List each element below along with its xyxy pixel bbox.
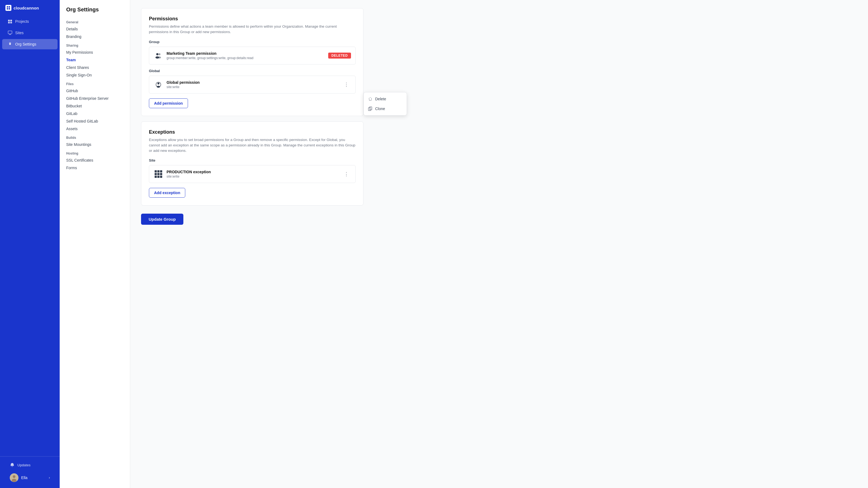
sidebar-link-gitlab[interactable]: GitLab: [60, 110, 130, 118]
nav-rail: cloudcannon Projects Sites Org Settings …: [0, 0, 60, 488]
sidebar-link-github-enterprise[interactable]: GitHub Enterprise Server: [60, 95, 130, 102]
svg-rect-0: [7, 6, 8, 8]
sidebar-link-site-mountings[interactable]: Site Mountings: [60, 141, 130, 148]
sidebar-link-branding[interactable]: Branding: [60, 33, 130, 40]
svg-rect-4: [8, 20, 10, 22]
nav-bottom: Updates Ella ›: [0, 456, 60, 488]
site-exception-info: PRODUCTION exception site:write: [166, 170, 339, 178]
section-label-files: Files: [60, 79, 130, 87]
chevron-right-icon: ›: [49, 476, 50, 480]
svg-point-15: [159, 53, 161, 55]
exceptions-title: Exceptions: [149, 129, 355, 135]
svg-point-17: [158, 56, 161, 58]
svg-rect-5: [10, 20, 12, 22]
sidebar-title: Org Settings: [60, 6, 130, 17]
permissions-title: Permissions: [149, 16, 355, 22]
section-label-general: General: [60, 17, 130, 25]
group-permission-info: Marketing Team permission group:member:w…: [166, 51, 325, 60]
svg-rect-7: [10, 22, 12, 23]
svg-rect-1: [9, 6, 10, 8]
sidebar-item-org-settings[interactable]: Org Settings: [2, 39, 58, 50]
sidebar-link-my-permissions[interactable]: My Permissions: [60, 48, 130, 56]
context-menu-clone[interactable]: Clone: [364, 104, 407, 113]
sidebar-item-sites[interactable]: Sites: [2, 28, 58, 38]
avatar: [10, 474, 19, 482]
section-label-builds: Builds: [60, 133, 130, 141]
svg-rect-3: [9, 8, 10, 9]
user-avatar-item[interactable]: Ella ›: [4, 470, 55, 485]
svg-point-19: [158, 83, 159, 84]
section-label-hosting: Hosting: [60, 148, 130, 156]
group-permission-row: Marketing Team permission group:member:w…: [149, 46, 355, 65]
site-exception-icon: [154, 169, 163, 179]
svg-rect-9: [9, 34, 11, 35]
permissions-card: Permissions Permissions define what acti…: [141, 8, 364, 116]
update-group-button[interactable]: Update Group: [141, 214, 183, 225]
group-permission-tags: group:member:write, group:settings:write…: [166, 56, 325, 60]
sidebar-link-single-sign-on[interactable]: Single Sign-On: [60, 71, 130, 79]
site-exception-more-button[interactable]: ⋮: [342, 170, 351, 178]
sidebar-link-assets[interactable]: Assets: [60, 125, 130, 133]
svg-rect-2: [7, 8, 8, 9]
logo-icon: [5, 5, 11, 11]
trash-icon: [368, 97, 372, 101]
deleted-badge: Deleted: [328, 53, 351, 59]
context-menu: Delete Clone: [364, 92, 407, 116]
add-exception-button[interactable]: Add exception: [149, 188, 185, 198]
sidebar-link-self-hosted-gitlab[interactable]: Self Hosted GitLab: [60, 118, 130, 125]
svg-rect-8: [8, 31, 12, 34]
group-permission-name: Marketing Team permission: [166, 51, 325, 56]
global-permission-name: Global permission: [166, 80, 339, 85]
site-label: Site: [149, 158, 355, 162]
sidebar-link-client-shares[interactable]: Client Shares: [60, 64, 130, 71]
exceptions-description: Exceptions allow you to set broad permis…: [149, 137, 355, 154]
add-permission-button[interactable]: Add permission: [149, 98, 188, 108]
group-label: Group: [149, 40, 355, 44]
sidebar-link-ssl-certificates[interactable]: SSL Certificates: [60, 156, 130, 164]
group-permission-icon: [154, 51, 163, 61]
global-label: Global: [149, 69, 355, 73]
sidebar-link-forms[interactable]: Forms: [60, 164, 130, 172]
exceptions-card: Exceptions Exceptions allow you to set b…: [141, 122, 364, 206]
permissions-description: Permissions define what actions a team m…: [149, 24, 355, 35]
svg-point-13: [12, 479, 17, 482]
global-permission-more-button[interactable]: ⋮: [342, 80, 351, 89]
sidebar-link-team[interactable]: Team: [60, 56, 130, 64]
svg-point-12: [13, 475, 16, 478]
global-permission-icon: [154, 80, 163, 90]
sidebar-item-projects[interactable]: Projects: [2, 16, 58, 27]
svg-point-20: [157, 86, 160, 88]
svg-rect-6: [8, 22, 10, 23]
section-label-sharing: Sharing: [60, 40, 130, 48]
site-exception-tags: site:write: [166, 174, 339, 178]
global-permission-tags: site:write: [166, 85, 339, 89]
sidebar-item-updates[interactable]: Updates: [4, 460, 55, 470]
context-menu-delete[interactable]: Delete: [364, 94, 407, 104]
svg-point-14: [156, 53, 158, 55]
global-permission-row: Global permission site:write ⋮ Delete Cl…: [149, 76, 355, 94]
sidebar-link-bitbucket[interactable]: Bitbucket: [60, 102, 130, 110]
site-exception-name: PRODUCTION exception: [166, 170, 339, 174]
global-permission-info: Global permission site:write: [166, 80, 339, 89]
settings-sidebar: Org Settings General Details Branding Sh…: [60, 0, 130, 488]
clone-icon: [368, 106, 372, 111]
logo: cloudcannon: [0, 0, 60, 16]
sidebar-link-details[interactable]: Details: [60, 25, 130, 33]
site-exception-row: PRODUCTION exception site:write ⋮: [149, 165, 355, 183]
sidebar-link-github[interactable]: GitHub: [60, 87, 130, 95]
main-content: Permissions Permissions define what acti…: [130, 0, 868, 488]
